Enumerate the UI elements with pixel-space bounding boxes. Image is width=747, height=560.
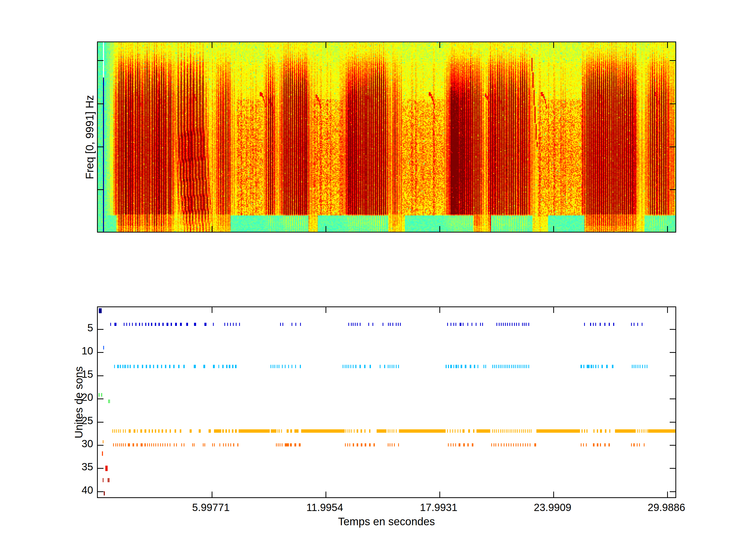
axis-tick	[670, 329, 675, 330]
event-mark	[593, 429, 594, 433]
event-mark	[498, 365, 499, 368]
event-mark	[213, 365, 215, 368]
event-mark	[463, 443, 465, 447]
event-mark	[282, 323, 283, 326]
event-mark	[280, 323, 281, 326]
event-mark	[279, 429, 280, 433]
event-mark	[377, 429, 386, 433]
event-mark	[501, 323, 501, 326]
event-mark	[162, 443, 163, 447]
event-mark	[180, 323, 182, 326]
event-mark	[593, 365, 594, 368]
event-mark	[462, 429, 465, 433]
event-mark	[149, 365, 151, 368]
event-mark	[103, 346, 104, 349]
event-mark	[522, 323, 523, 326]
event-mark	[448, 443, 449, 447]
event-mark	[233, 443, 234, 447]
event-mark	[213, 323, 214, 326]
event-mark	[388, 323, 389, 326]
event-mark	[454, 365, 454, 368]
event-mark	[125, 365, 126, 368]
event-mark	[288, 365, 289, 368]
event-mark	[167, 443, 168, 447]
event-mark	[500, 429, 501, 433]
event-mark	[388, 365, 389, 368]
event-mark	[227, 323, 228, 326]
event-mark	[647, 429, 647, 433]
event-mark	[104, 491, 105, 496]
event-mark	[147, 443, 148, 447]
event-mark	[369, 443, 371, 447]
event-mark	[398, 443, 399, 447]
event-mark	[360, 323, 361, 326]
event-mark	[496, 429, 497, 433]
event-mark	[523, 365, 523, 368]
event-mark	[454, 323, 454, 326]
event-mark	[123, 443, 124, 447]
axis-tick	[553, 307, 554, 313]
event-mark	[527, 429, 528, 433]
event-mark	[119, 443, 120, 447]
event-mark	[584, 429, 585, 433]
event-mark	[140, 429, 142, 433]
event-mark	[495, 443, 496, 447]
event-mark	[536, 429, 580, 433]
axis-tick	[98, 491, 103, 492]
event-mark	[524, 323, 525, 326]
event-mark	[583, 443, 584, 447]
event-mark	[203, 443, 204, 447]
event-mark	[232, 429, 233, 433]
event-mark	[520, 443, 521, 447]
event-mark	[124, 323, 125, 326]
event-mark	[396, 365, 396, 368]
axis-tick	[326, 491, 326, 497]
event-mark	[176, 443, 177, 447]
event-mark	[392, 443, 392, 447]
event-mark	[122, 365, 123, 368]
event-mark	[170, 443, 171, 447]
event-mark	[225, 443, 226, 447]
event-mark	[637, 429, 638, 433]
axis-tick	[670, 146, 675, 147]
event-mark	[194, 365, 196, 368]
event-mark	[129, 323, 130, 326]
event-mark	[209, 429, 211, 433]
axis-tick	[667, 307, 668, 313]
event-mark	[514, 323, 515, 326]
event-mark	[299, 443, 301, 447]
event-mark	[494, 443, 494, 447]
event-mark	[516, 443, 516, 447]
event-mark	[108, 478, 108, 482]
event-mark	[500, 365, 500, 368]
event-mark	[472, 443, 473, 447]
event-mark	[517, 429, 518, 433]
event-mark	[353, 323, 354, 326]
axis-tick	[670, 103, 675, 104]
event-mark	[290, 429, 292, 433]
event-mark	[279, 365, 279, 368]
axis-tick	[98, 146, 103, 147]
event-mark	[604, 323, 606, 326]
event-mark	[165, 365, 166, 368]
event-mark	[591, 365, 592, 368]
event-mark	[199, 429, 201, 433]
axis-tick	[670, 468, 675, 469]
spectrogram-axes	[97, 42, 676, 233]
event-mark	[137, 429, 138, 433]
event-mark	[518, 323, 519, 326]
event-mark	[450, 443, 451, 447]
event-mark	[595, 323, 596, 326]
y-tick-label: 20	[54, 392, 93, 403]
event-mark	[398, 323, 399, 326]
event-mark	[388, 429, 389, 433]
event-mark	[134, 429, 135, 433]
event-mark	[518, 443, 518, 447]
axis-tick	[98, 468, 103, 469]
event-mark	[502, 429, 503, 433]
event-mark	[204, 323, 206, 326]
event-mark	[192, 443, 193, 447]
event-mark	[496, 323, 497, 326]
event-mark	[276, 443, 277, 447]
event-mark	[115, 443, 116, 447]
